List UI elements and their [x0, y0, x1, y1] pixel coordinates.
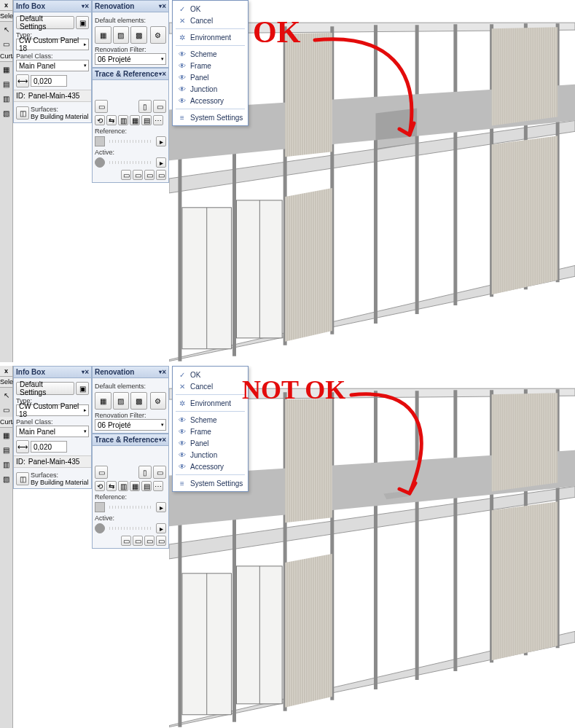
reference-step[interactable]: ▸	[156, 136, 166, 146]
reno-new-button[interactable]: ▩	[130, 392, 147, 410]
marquee-tool-icon[interactable]: ▭	[1, 38, 12, 50]
type-dropdown[interactable]: CW Custom Panel 18▸	[16, 39, 89, 50]
trace-tool-b[interactable]: ▯	[138, 466, 152, 479]
3d-viewport[interactable]: ✓OK ✕Cancel ✲Environment 👁Scheme 👁Frame …	[169, 366, 575, 728]
trace-bot-a[interactable]: ▭	[121, 536, 131, 546]
trace-nav-e[interactable]: ▤	[141, 115, 152, 125]
marquee-tool-icon[interactable]: ▭	[1, 404, 12, 415]
grid-tool-icon[interactable]: ▦	[1, 429, 12, 441]
id-value[interactable]: Panel-Main-435	[28, 92, 80, 100]
close-icon[interactable]: ×	[85, 368, 89, 376]
trace-nav-c[interactable]: ▥	[118, 115, 128, 125]
arrow-tool-icon[interactable]: ↖	[1, 389, 12, 401]
trace-tool-c[interactable]: ▭	[153, 100, 166, 113]
panel-tool-b-icon[interactable]: ▥	[1, 93, 12, 104]
reference-step[interactable]: ▸	[156, 502, 166, 512]
trace-bot-b[interactable]: ▭	[133, 170, 143, 180]
reno-existing-button[interactable]: ▦	[95, 392, 112, 410]
surface-icon[interactable]: ◫	[16, 106, 29, 120]
trace-bot-c[interactable]: ▭	[144, 536, 154, 546]
panel-tool-icon[interactable]: ▤	[1, 78, 12, 90]
close-icon[interactable]: x	[0, 366, 12, 377]
active-step[interactable]: ▸	[156, 157, 166, 168]
menu-frame[interactable]: 👁Frame	[176, 60, 245, 71]
reno-settings-button[interactable]: ⚙	[150, 392, 167, 410]
trace-title[interactable]: Trace & Reference▾×	[93, 434, 168, 446]
trace-tool-a[interactable]: ▭	[95, 100, 108, 113]
trace-tool-b[interactable]: ▯	[138, 100, 152, 113]
reference-color[interactable]	[95, 502, 105, 512]
thickness-icon[interactable]: ⟷	[16, 74, 29, 87]
menu-scheme[interactable]: 👁Scheme	[176, 48, 245, 60]
close-icon[interactable]: ×	[162, 436, 166, 444]
menu-scheme[interactable]: 👁Scheme	[176, 414, 245, 426]
thickness-input[interactable]: 0,020	[31, 441, 67, 453]
reno-new-button[interactable]: ▩	[130, 26, 147, 44]
menu-system-settings[interactable]: ≡System Settings	[176, 111, 245, 123]
menu-environment[interactable]: ✲Environment	[176, 31, 245, 43]
active-color[interactable]	[95, 157, 105, 168]
reno-demolish-button[interactable]: ▨	[113, 392, 130, 410]
reno-existing-button[interactable]: ▦	[95, 26, 112, 44]
surfaces-value[interactable]: By Building Material	[31, 113, 89, 120]
class-dropdown[interactable]: Main Panel▾	[16, 426, 89, 437]
close-icon[interactable]: ×	[162, 368, 166, 376]
menu-cancel[interactable]: ✕Cancel	[176, 380, 245, 392]
trace-bot-a[interactable]: ▭	[121, 170, 131, 180]
panel-tool-icon[interactable]: ▤	[1, 444, 12, 455]
menu-ok[interactable]: ✓OK	[176, 369, 245, 380]
trace-bot-d[interactable]: ▭	[156, 536, 166, 546]
id-value[interactable]: Panel-Main-435	[28, 458, 80, 466]
reno-filter-dropdown[interactable]: 06 Projeté▾	[95, 419, 166, 431]
infobox-title[interactable]: Info Box ▾×	[14, 1, 91, 12]
reference-slider[interactable]	[109, 140, 152, 143]
surface-icon[interactable]: ◫	[16, 472, 29, 485]
active-step[interactable]: ▸	[156, 523, 166, 533]
trace-nav-f[interactable]: ⋯	[153, 481, 163, 491]
trace-tool-a[interactable]: ▭	[95, 466, 108, 479]
menu-frame[interactable]: 👁Frame	[176, 426, 245, 437]
menu-junction[interactable]: 👁Junction	[176, 449, 245, 461]
menu-panel[interactable]: 👁Panel	[176, 437, 245, 449]
trace-nav-f[interactable]: ⋯	[153, 115, 163, 125]
menu-system-settings[interactable]: ≡System Settings	[176, 477, 245, 489]
reference-slider[interactable]	[109, 506, 152, 509]
settings-dialog-button[interactable]: ▣	[76, 16, 89, 29]
type-dropdown[interactable]: CW Custom Panel 18▸	[16, 404, 89, 416]
class-dropdown[interactable]: Main Panel▾	[16, 60, 89, 71]
panel-tool-b-icon[interactable]: ▥	[1, 458, 12, 470]
grid-tool-icon[interactable]: ▦	[1, 63, 12, 75]
settings-dialog-button[interactable]: ▣	[76, 382, 89, 395]
menu-accessory[interactable]: 👁Accessory	[176, 95, 245, 106]
infobox-title[interactable]: Info Box▾×	[14, 367, 91, 378]
renovation-title[interactable]: Renovation▾×	[93, 1, 168, 12]
menu-accessory[interactable]: 👁Accessory	[176, 461, 245, 472]
menu-cancel[interactable]: ✕Cancel	[176, 15, 245, 26]
trace-nav-b[interactable]: ⇆	[106, 115, 117, 125]
default-settings-button[interactable]: Default Settings	[16, 16, 74, 29]
active-color[interactable]	[95, 523, 105, 533]
surfaces-value[interactable]: By Building Material	[31, 479, 89, 486]
trace-nav-c[interactable]: ▥	[118, 481, 128, 491]
close-icon[interactable]: ×	[162, 70, 166, 78]
trace-nav-d[interactable]: ▦	[130, 481, 140, 491]
trace-bot-b[interactable]: ▭	[133, 536, 143, 546]
menu-ok[interactable]: ✓OK	[176, 3, 245, 15]
trace-nav-b[interactable]: ⇆	[106, 481, 117, 491]
panel-tool-c-icon[interactable]: ▧	[1, 473, 12, 485]
thickness-icon[interactable]: ⟷	[16, 440, 29, 453]
trace-nav-a[interactable]: ⟲	[95, 481, 105, 491]
renovation-title[interactable]: Renovation▾×	[93, 367, 168, 378]
arrow-tool-icon[interactable]: ↖	[1, 23, 12, 35]
3d-viewport[interactable]: ✓OK ✕Cancel ✲Environment 👁Scheme 👁Frame …	[169, 0, 575, 362]
reno-demolish-button[interactable]: ▨	[113, 26, 130, 44]
trace-tool-c[interactable]: ▭	[153, 466, 166, 479]
trace-bot-d[interactable]: ▭	[156, 170, 166, 180]
trace-title[interactable]: Trace & Reference▾×	[93, 69, 168, 80]
reference-color[interactable]	[95, 136, 105, 146]
close-icon[interactable]: ×	[85, 2, 89, 10]
menu-environment[interactable]: ✲Environment	[176, 397, 245, 409]
trace-nav-d[interactable]: ▦	[130, 115, 140, 125]
menu-junction[interactable]: 👁Junction	[176, 83, 245, 95]
menu-panel[interactable]: 👁Panel	[176, 71, 245, 83]
